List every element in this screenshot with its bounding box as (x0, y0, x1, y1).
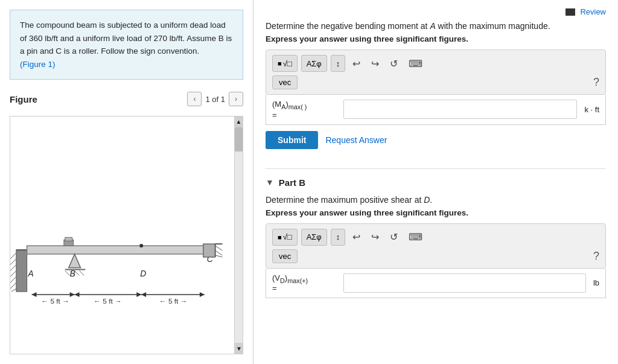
greek-symbol: ΑΣφ (307, 59, 322, 68)
part-b-answer-input[interactable] (343, 273, 586, 293)
sqrt-symbol-b: √□ (283, 232, 292, 241)
svg-rect-9 (27, 246, 206, 254)
svg-text:← 5 ft →: ← 5 ft → (94, 297, 122, 305)
part-b-undo-button[interactable]: ↩ (349, 230, 364, 244)
part-b-help-icon[interactable]: ? (593, 250, 599, 263)
svg-line-7 (10, 283, 16, 289)
svg-line-3 (10, 259, 16, 265)
part-b-math-toolbar: ■ √□ ΑΣφ ↕ ↩ ↪ ↺ ⌨ (266, 223, 606, 269)
part-a-problem-statement: Determine the negative bending moment at… (266, 21, 606, 31)
svg-marker-38 (136, 292, 141, 297)
greek-symbol-b: ΑΣφ (307, 232, 322, 241)
part-b-refresh-button[interactable]: ↺ (386, 230, 401, 244)
svg-point-12 (139, 244, 143, 247)
scroll-up-arrow[interactable]: ▲ (235, 117, 243, 127)
part-b-keyboard-button[interactable]: ⌨ (405, 230, 426, 244)
svg-text:D: D (140, 269, 146, 279)
part-b-answer-row: (VD)max(+) = lb (266, 269, 606, 299)
keyboard-icon-b: ⌨ (409, 232, 422, 242)
svg-line-22 (80, 271, 84, 276)
review-link-container: Review (266, 7, 606, 16)
svg-text:← 5 ft →: ← 5 ft → (159, 297, 188, 305)
part-b-header: ▼ Part B (266, 177, 606, 188)
svg-rect-0 (16, 250, 27, 292)
figure-prev-button[interactable]: ‹ (187, 92, 202, 106)
arrows-symbol-b: ↕ (336, 232, 340, 241)
svg-line-5 (10, 271, 16, 277)
refresh-icon-b: ↺ (390, 232, 398, 242)
svg-line-26 (215, 251, 223, 255)
part-a-refresh-button[interactable]: ↺ (386, 57, 401, 71)
part-a-section: Determine the negative bending moment at… (266, 21, 606, 159)
part-a-redo-button[interactable]: ↪ (368, 57, 383, 71)
review-icon (565, 8, 575, 16)
part-b-toolbar-row1: ■ √□ ΑΣφ ↕ ↩ ↪ ↺ ⌨ (272, 229, 599, 246)
svg-rect-11 (65, 238, 72, 241)
part-b-greek-button[interactable]: ΑΣφ (301, 229, 327, 246)
figure-next-button[interactable]: › (229, 92, 243, 106)
review-link[interactable]: Review (565, 7, 606, 16)
part-a-answer-unit: k · ft (584, 105, 599, 114)
part-b-sqrt-button[interactable]: ■ √□ (272, 229, 298, 246)
figure-nav: ‹ 1 of 1 › (187, 92, 243, 106)
undo-icon: ↩ (352, 59, 360, 69)
part-a-answer-label: (MA)max( ) = (272, 100, 339, 120)
part-a-toolbar-row1: ■ √□ ΑΣφ ↕ ↩ ↪ (272, 55, 599, 72)
scroll-down-arrow[interactable]: ▼ (235, 343, 243, 354)
part-a-toolbar-row2: vec ? (272, 75, 599, 89)
problem-text-box: The compound beam is subjected to a unif… (10, 10, 243, 80)
svg-marker-37 (75, 292, 80, 297)
part-a-answer-instruction: Express your answer using three signific… (266, 34, 606, 43)
left-panel: The compound beam is subjected to a unif… (0, 0, 253, 364)
part-b-vec-button[interactable]: vec (272, 249, 298, 263)
svg-line-25 (215, 246, 223, 251)
figure-link[interactable]: (Figure 1) (20, 60, 56, 69)
part-a-keyboard-button[interactable]: ⌨ (405, 57, 426, 71)
part-a-greek-button[interactable]: ΑΣφ (301, 55, 327, 72)
figure-header: Figure ‹ 1 of 1 › (10, 92, 243, 106)
redo-icon: ↪ (371, 59, 379, 69)
part-b-answer-unit: lb (593, 278, 599, 287)
sqrt-icon: ■ (278, 60, 282, 67)
part-a-sqrt-button[interactable]: ■ √□ (272, 55, 298, 72)
redo-icon-b: ↪ (371, 232, 379, 242)
svg-marker-39 (141, 292, 146, 297)
svg-line-4 (10, 265, 16, 271)
figure-scrollbar[interactable]: ▲ ▼ (234, 117, 243, 354)
part-b-answer-instruction: Express your answer using three signific… (266, 208, 606, 217)
vec-label-b: vec (279, 252, 291, 261)
svg-line-2 (10, 253, 16, 259)
arrows-symbol: ↕ (336, 59, 340, 68)
part-b-collapse-arrow[interactable]: ▼ (266, 177, 274, 187)
svg-text:← 5 ft →: ← 5 ft → (41, 297, 69, 305)
keyboard-icon: ⌨ (409, 59, 422, 69)
part-a-math-toolbar: ■ √□ ΑΣφ ↕ ↩ ↪ (266, 49, 606, 95)
part-a-request-answer-link[interactable]: Request Answer (325, 135, 387, 145)
part-a-undo-button[interactable]: ↩ (349, 57, 364, 71)
figure-area: A B D C ← 5 ft → (10, 116, 243, 354)
part-b-section: ▼ Part B Determine the maximum positive … (266, 177, 606, 299)
problem-text: The compound beam is subjected to a unif… (20, 21, 232, 56)
svg-line-19 (65, 271, 70, 276)
part-b-toolbar-row2: vec ? (272, 249, 599, 263)
scrollbar-thumb[interactable] (235, 127, 243, 152)
svg-marker-17 (69, 254, 81, 268)
sqrt-icon-b: ■ (278, 234, 282, 241)
part-a-submit-button[interactable]: Submit (266, 131, 318, 149)
part-a-help-icon[interactable]: ? (593, 76, 599, 89)
part-a-answer-input[interactable] (343, 100, 577, 119)
part-b-arrows-button[interactable]: ↕ (331, 229, 346, 246)
figure-counter: 1 of 1 (205, 95, 225, 104)
svg-line-27 (215, 255, 223, 257)
beam-diagram-svg: A B D C ← 5 ft → (10, 117, 243, 354)
part-b-redo-button[interactable]: ↪ (368, 230, 383, 244)
refresh-icon: ↺ (390, 59, 398, 69)
svg-marker-35 (32, 292, 37, 297)
svg-text:A: A (28, 269, 34, 279)
review-label: Review (580, 7, 606, 16)
part-a-vec-button[interactable]: vec (272, 75, 298, 89)
undo-icon-b: ↩ (352, 232, 360, 242)
part-a-arrows-button[interactable]: ↕ (331, 55, 346, 72)
svg-line-6 (10, 277, 16, 283)
svg-line-8 (11, 289, 16, 292)
